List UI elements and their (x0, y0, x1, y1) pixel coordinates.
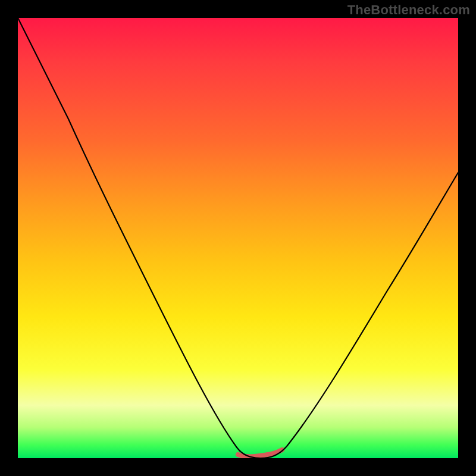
plot-area (18, 18, 458, 458)
curve-svg (18, 18, 458, 458)
chart-frame: TheBottleneck.com (0, 0, 476, 476)
bottleneck-curve (18, 18, 458, 458)
watermark-text: TheBottleneck.com (347, 2, 470, 18)
